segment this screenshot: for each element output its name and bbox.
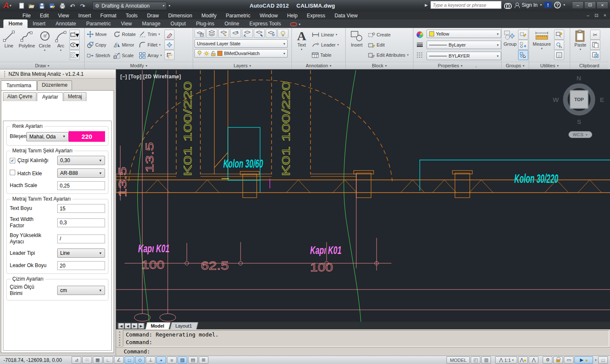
isolate-objects-button[interactable]: ▶ ● — [574, 356, 593, 364]
view-cube[interactable]: N W E S TOP — [552, 74, 606, 128]
tab-metraj[interactable]: Metraj — [64, 92, 86, 101]
selection-cycling-toggle[interactable]: ⊞ — [199, 356, 208, 364]
layer-states-button[interactable] — [206, 29, 217, 38]
workspace-switching-button[interactable]: ⚙ — [543, 356, 552, 364]
table-button[interactable]: Table — [311, 50, 340, 60]
chevron-down-icon[interactable]: ▾ — [540, 3, 542, 7]
coordinates-readout[interactable]: -7018.74, -12609.18, 0.00 — [0, 357, 71, 363]
last-tab-button[interactable]: ▶ — [138, 323, 144, 329]
layer-state-combo[interactable]: Unsaved Layer State▾ — [194, 39, 288, 48]
polyline-button[interactable]: Polyline — [17, 29, 36, 61]
edit-attributes-button[interactable]: Edit Attributes▾ — [367, 50, 409, 60]
redo-button[interactable]: ↷▾ — [79, 3, 86, 9]
tab-view[interactable]: View — [116, 19, 137, 28]
leader-button[interactable]: Leader▾ — [311, 40, 340, 50]
wcs-selector[interactable]: WCS▼ — [568, 131, 592, 138]
bulb-icon[interactable] — [197, 50, 202, 56]
tab-tanimlama[interactable]: Tanımlama — [1, 80, 37, 90]
menu-modify[interactable]: Modify — [197, 13, 221, 19]
drawing-canvas[interactable]: K01 100/220 K01 100/220 13.5 13.5 100 62… — [116, 69, 610, 322]
transparency-toggle[interactable]: ▨ — [177, 356, 187, 364]
save-as-button[interactable] — [48, 3, 56, 9]
match-layer-button[interactable] — [230, 29, 241, 38]
doc-minimize-button[interactable]: – — [585, 13, 591, 18]
scale-button[interactable]: Scale — [113, 50, 136, 61]
layer-combo[interactable]: BMetDuvarHatch▾ — [194, 49, 288, 58]
leader-tipi-combo[interactable]: Line▼ — [57, 248, 105, 258]
minimize-button[interactable]: – — [572, 1, 584, 9]
group-button[interactable]: Group — [503, 29, 517, 61]
sun-icon[interactable] — [204, 51, 209, 56]
chevron-down-icon[interactable]: ▾ — [563, 3, 565, 7]
explode-button[interactable] — [164, 40, 175, 50]
help-icon[interactable]: ? — [554, 2, 561, 8]
sign-in-button[interactable]: Sign In — [522, 2, 538, 8]
leader-ok-boyu-input[interactable] — [57, 261, 105, 270]
color-wheel-icon[interactable] — [415, 30, 425, 40]
dynamic-input-toggle[interactable]: + — [156, 356, 166, 364]
menu-view[interactable]: View — [53, 13, 74, 19]
linetype-icon[interactable] — [415, 50, 425, 60]
app-menu-button[interactable]: A▾ — [0, 0, 14, 11]
auto-annotation-button[interactable]: ⋀ — [529, 356, 538, 364]
panel-title-block[interactable]: Block▾ — [346, 62, 413, 69]
insert-block-button[interactable]: Insert — [347, 29, 366, 61]
tab-home[interactable]: Home — [3, 19, 28, 28]
compass-south[interactable]: S — [577, 118, 581, 125]
group-edit-button[interactable] — [518, 30, 528, 40]
measure-button[interactable]: Measure ▾ — [530, 29, 553, 61]
menu-dimension[interactable]: Dimension — [164, 13, 197, 19]
stretch-button[interactable]: Stretch — [86, 50, 111, 61]
menu-draw[interactable]: Draw — [142, 13, 164, 19]
menu-file[interactable]: File — [18, 13, 35, 19]
lineweight-combo[interactable]: ByLayer▾ — [427, 41, 501, 49]
qat-customize-button[interactable]: ▾ — [169, 4, 170, 8]
workspace-switcher[interactable]: ⚙ Drafting & Annotation ▾ — [92, 2, 167, 10]
quick-properties-toggle[interactable]: ▤ — [188, 356, 198, 364]
panel-title-groups[interactable]: Groups▾ — [502, 62, 529, 69]
tab-ayarlar[interactable]: Ayarlar — [37, 92, 63, 101]
circle-button[interactable]: Circle ▾ — [37, 29, 53, 61]
cut-button[interactable]: ✂ — [590, 30, 600, 40]
layer-properties-button[interactable] — [194, 29, 205, 38]
ribbon-options-button[interactable]: ▾ — [290, 22, 300, 28]
edit-block-button[interactable]: Edit — [367, 40, 409, 50]
clean-screen-button[interactable]: □ — [598, 356, 608, 364]
tab-annotate[interactable]: Annotate — [50, 19, 81, 28]
save-button[interactable] — [38, 3, 46, 9]
command-history[interactable]: Command: Regenerating model. Command: — [123, 330, 609, 347]
help-search-box[interactable] — [430, 1, 502, 9]
ortho-mode-toggle[interactable]: ∟ — [103, 356, 113, 364]
tab-model[interactable]: Model — [145, 322, 171, 329]
mirror-button[interactable]: Mirror — [113, 39, 136, 50]
lineweight-icon[interactable] — [415, 40, 425, 50]
dynamic-ucs-toggle[interactable]: ⊥ — [146, 356, 155, 364]
fillet-button[interactable]: Fillet▾ — [138, 39, 163, 50]
unlock-icon[interactable] — [211, 51, 216, 56]
menu-insert[interactable]: Insert — [74, 13, 96, 19]
tab-manage[interactable]: Manage — [137, 19, 165, 28]
tab-insert[interactable]: Insert — [28, 19, 50, 28]
create-block-button[interactable]: Create — [367, 30, 409, 40]
search-icon[interactable] — [504, 2, 512, 8]
tab-parametric[interactable]: Parametric — [81, 19, 116, 28]
tab-layout1[interactable]: Layout1 — [170, 322, 198, 329]
palette-title-bar[interactable]: NZN Bina Metraj Analiz - v1.2.4.1 — [0, 69, 116, 79]
menu-edit[interactable]: Edit — [35, 13, 53, 19]
panel-title-layers[interactable]: Layers▾ — [193, 62, 291, 69]
compass-north[interactable]: N — [577, 74, 581, 82]
hatch-ekle-checkbox[interactable] — [10, 170, 15, 175]
3d-object-snap-toggle[interactable]: ◇ — [135, 356, 145, 364]
copy-button[interactable]: Copy — [86, 39, 111, 50]
command-drag-grip[interactable] — [119, 331, 120, 346]
hatch-scale-input[interactable] — [57, 181, 105, 190]
group-selection-toggle[interactable] — [518, 50, 528, 60]
layer-previous-button[interactable] — [242, 29, 253, 38]
new-file-button[interactable] — [18, 3, 25, 9]
cizgi-kalinligi-combo[interactable]: 0,30▼ — [57, 156, 105, 165]
hardware-acceleration-button[interactable]: ▭ — [564, 356, 574, 364]
restore-button[interactable]: ⊡ — [584, 1, 596, 9]
bilesen-combo[interactable]: Mahal, Oda▼ — [26, 132, 69, 141]
renk-color-box[interactable]: 220 — [69, 131, 105, 142]
open-file-button[interactable] — [28, 3, 36, 9]
